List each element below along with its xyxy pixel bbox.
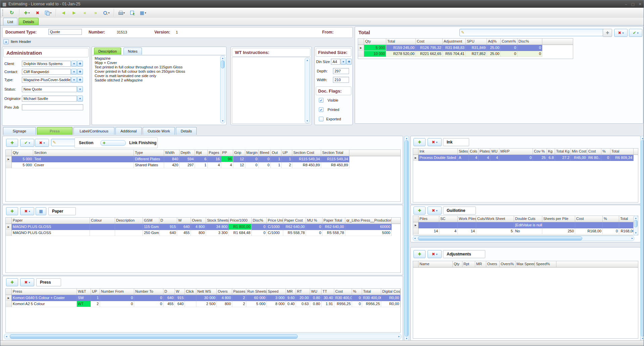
grid-row[interactable]: ▸Komori G640 5 Colour + CoaterSW10064091…: [6, 295, 400, 301]
tab-details-section[interactable]: Details: [176, 127, 197, 135]
originator-field[interactable]: Michael Saville: [22, 96, 77, 102]
status-dropdown-button[interactable]: ▾: [77, 86, 83, 92]
minimize-button[interactable]: –: [625, 2, 627, 6]
add-button[interactable]: ✚▾: [21, 9, 32, 17]
type-field[interactable]: Magazine-PlusCover-Saddlesti...: [22, 77, 71, 83]
scroll-down-icon[interactable]: ▾: [634, 231, 638, 234]
tab-details[interactable]: Details: [18, 18, 39, 25]
wt-instructions-scrollbar[interactable]: ▴ ▾: [305, 58, 310, 123]
printed-checkbox[interactable]: ✔: [319, 107, 324, 112]
scroll-right-icon[interactable]: ▸: [632, 237, 633, 240]
press-delete-button[interactable]: ✖▾: [20, 278, 34, 286]
tab-notes[interactable]: Notes: [123, 48, 142, 55]
toolbar-grip[interactable]: [2, 9, 4, 16]
guillotine-add-button[interactable]: ✚: [413, 207, 426, 215]
section-add-button[interactable]: ✚: [6, 139, 18, 147]
scroll-up-icon[interactable]: ▴: [404, 137, 409, 140]
tab-list[interactable]: List: [3, 18, 17, 25]
client-field[interactable]: Dolphin Worxs Systems: [22, 61, 71, 67]
adjustments-delete-button[interactable]: ✖▾: [428, 250, 442, 258]
tab-description[interactable]: Description: [94, 48, 121, 55]
document-type-field[interactable]: Quote: [48, 29, 82, 35]
tab-signage[interactable]: Signage: [3, 127, 36, 135]
scrollbar-thumb[interactable]: [10, 334, 298, 339]
tab-press[interactable]: Press: [37, 127, 72, 135]
copy-button[interactable]: ▾: [43, 9, 54, 17]
section-edit-field[interactable]: ✎: [51, 139, 76, 146]
export-button[interactable]: ▸: [127, 9, 138, 17]
client-add-button[interactable]: ✚: [77, 61, 83, 67]
tab-outside-work[interactable]: Outside Work: [143, 127, 175, 135]
scroll-up-icon[interactable]: ▴: [634, 217, 638, 220]
tab-additional[interactable]: Additional: [115, 127, 142, 135]
paper-delete-button[interactable]: ✖▾: [20, 207, 34, 215]
paper-add-button[interactable]: ✚: [6, 207, 18, 215]
contact-add-button[interactable]: ✚: [77, 69, 83, 75]
right-area-vscrollbar[interactable]: ▴ ▾: [640, 136, 644, 341]
description-scrollbar[interactable]: ▴ ▾: [220, 56, 225, 123]
scroll-up-icon[interactable]: ▴: [305, 59, 309, 62]
guillotine-hscrollbar[interactable]: ◂ ▸: [413, 236, 634, 241]
din-size-add-button[interactable]: ✚: [346, 59, 352, 65]
total-delete-button[interactable]: ✖▾: [614, 29, 628, 37]
grid-row[interactable]: Komori A2 5 ColourWT2004556402 50080025 …: [6, 301, 400, 307]
grid-row[interactable]: ▸MAGNO PLUS GLOSS115 Gsm9156404 80034 80…: [6, 224, 400, 230]
grid-row[interactable]: MAGNO PLUS GLOSS250 Gsm6404558003 300R1 …: [6, 230, 400, 236]
left-area-vscrollbar[interactable]: ▴ ▾: [404, 136, 409, 341]
close-button[interactable]: ✕: [639, 2, 642, 6]
grid-row[interactable]: ▸5 000TextDifferent Plates84059461696120…: [6, 156, 400, 162]
depth-field[interactable]: 297: [333, 68, 349, 74]
scroll-down-icon[interactable]: ▾: [641, 337, 644, 340]
grid-row[interactable]: ▸[EditValue is null]: [413, 222, 638, 228]
scroll-down-icon[interactable]: ▾: [404, 337, 409, 340]
total-add-button[interactable]: ✚: [603, 29, 612, 37]
scrollbar-thumb[interactable]: [418, 236, 582, 240]
contact-field[interactable]: Cliff Rangwedzi: [22, 69, 71, 75]
paper-columns-button[interactable]: ▦: [36, 207, 46, 215]
scroll-left-icon[interactable]: ◂: [414, 237, 415, 240]
originator-dropdown-button[interactable]: ▾: [77, 96, 83, 102]
total-edit-field[interactable]: ✎: [459, 29, 605, 36]
contact-dropdown-button[interactable]: ▾: [71, 69, 77, 75]
scrollbar-thumb[interactable]: [634, 220, 638, 227]
link-finishing-add-button[interactable]: ✚: [100, 140, 126, 146]
din-size-field[interactable]: A4: [331, 59, 340, 65]
scroll-up-icon[interactable]: ▴: [220, 57, 225, 60]
nav-fastforward-button[interactable]: »: [90, 9, 101, 17]
calculator-button[interactable]: ▦▾: [138, 9, 148, 17]
adjustments-add-button[interactable]: ✚: [413, 250, 426, 258]
zoom-button[interactable]: ▾: [101, 9, 112, 17]
client-dropdown-button[interactable]: ▾: [71, 61, 77, 67]
scroll-right-icon[interactable]: ▸: [398, 335, 400, 338]
section-delete-button[interactable]: ✖▾: [35, 139, 49, 147]
scroll-down-icon[interactable]: ▾: [305, 119, 309, 122]
nav-forward-button[interactable]: ▶: [69, 9, 80, 17]
total-confirm-button[interactable]: ✔▾: [629, 29, 642, 37]
print-button[interactable]: ▾: [116, 9, 127, 17]
grid-row[interactable]: 5 000CoverShared Plates420297144120012R8…: [6, 162, 400, 168]
grid-row[interactable]: ▸Process Double SidedA4440256.827.2R45,0…: [413, 155, 638, 161]
scroll-left-icon[interactable]: ◂: [6, 335, 7, 338]
section-confirm-button[interactable]: ✔▾: [20, 139, 34, 147]
prev-job-field[interactable]: [22, 104, 83, 110]
guillotine-vscrollbar[interactable]: ▴ ▾: [633, 216, 638, 235]
collapse-button[interactable]: ▴: [3, 39, 9, 44]
ink-add-button[interactable]: ✚: [413, 138, 426, 146]
scrollbar-thumb[interactable]: [405, 140, 408, 337]
press-hscrollbar[interactable]: ◂ ▸: [4, 334, 401, 339]
nav-rewind-button[interactable]: «: [80, 9, 90, 17]
scroll-down-icon[interactable]: ▾: [220, 119, 225, 122]
scroll-up-icon[interactable]: ▴: [641, 137, 644, 140]
grid-row[interactable]: 144145No250R168,000R168,00: [413, 228, 638, 234]
din-size-dropdown-button[interactable]: ▾: [341, 59, 346, 65]
press-add-button[interactable]: ✚: [6, 278, 18, 286]
status-field[interactable]: New Quote: [22, 86, 77, 92]
grid-row[interactable]: 10 000R278 520,00R221 662,65R55 704,41R2…: [358, 51, 573, 57]
type-dropdown-button[interactable]: ▾: [71, 77, 77, 83]
width-field[interactable]: 210: [333, 77, 349, 83]
ink-delete-button[interactable]: ✖▾: [428, 138, 442, 146]
type-add-button[interactable]: ✚: [77, 77, 83, 83]
exported-checkbox[interactable]: ✔: [319, 117, 324, 121]
scrollbar-thumb[interactable]: [641, 140, 644, 337]
maximize-button[interactable]: ▢: [631, 2, 634, 6]
